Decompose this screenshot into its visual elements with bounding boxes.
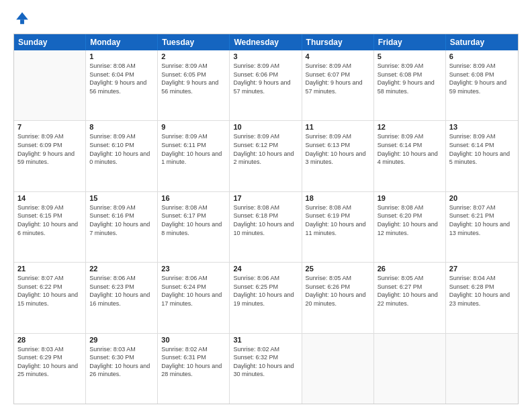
day-info: Sunrise: 8:09 AMSunset: 6:06 PMDaylight:… xyxy=(233,62,298,95)
day-info: Sunrise: 8:06 AMSunset: 6:23 PMDaylight:… xyxy=(89,274,154,308)
day-cell-24: 24Sunrise: 8:06 AMSunset: 6:25 PMDayligh… xyxy=(230,263,302,332)
empty-cell xyxy=(14,50,86,120)
day-info: Sunrise: 8:09 AMSunset: 6:10 PMDaylight:… xyxy=(89,132,154,166)
day-info: Sunrise: 8:03 AMSunset: 6:29 PMDaylight:… xyxy=(17,345,82,379)
day-cell-5: 5Sunrise: 8:09 AMSunset: 6:08 PMDaylight… xyxy=(374,50,446,120)
empty-cell xyxy=(374,334,446,404)
day-info: Sunrise: 8:06 AMSunset: 6:25 PMDaylight:… xyxy=(233,274,298,308)
day-number: 17 xyxy=(233,194,298,202)
day-info: Sunrise: 8:09 AMSunset: 6:11 PMDaylight:… xyxy=(161,132,226,166)
day-info: Sunrise: 8:04 AMSunset: 6:28 PMDaylight:… xyxy=(449,274,515,308)
day-number: 22 xyxy=(89,265,154,273)
calendar-row-5: 28Sunrise: 8:03 AMSunset: 6:29 PMDayligh… xyxy=(14,333,518,404)
day-info: Sunrise: 8:09 AMSunset: 6:07 PMDaylight:… xyxy=(306,62,370,95)
day-number: 1 xyxy=(89,52,154,60)
day-number: 28 xyxy=(17,336,82,344)
calendar-row-2: 7Sunrise: 8:09 AMSunset: 6:09 PMDaylight… xyxy=(14,120,518,191)
day-cell-11: 11Sunrise: 8:09 AMSunset: 6:13 PMDayligh… xyxy=(302,121,374,191)
day-info: Sunrise: 8:08 AMSunset: 6:04 PMDaylight:… xyxy=(89,62,154,95)
day-info: Sunrise: 8:05 AMSunset: 6:26 PMDaylight:… xyxy=(306,274,370,308)
day-cell-8: 8Sunrise: 8:09 AMSunset: 6:10 PMDaylight… xyxy=(86,121,158,191)
day-cell-2: 2Sunrise: 8:09 AMSunset: 6:05 PMDaylight… xyxy=(158,50,230,120)
day-cell-15: 15Sunrise: 8:09 AMSunset: 6:16 PMDayligh… xyxy=(86,192,158,262)
day-cell-1: 1Sunrise: 8:08 AMSunset: 6:04 PMDaylight… xyxy=(86,50,158,120)
day-number: 4 xyxy=(306,52,370,60)
header-day-friday: Friday xyxy=(374,34,446,50)
day-info: Sunrise: 8:06 AMSunset: 6:24 PMDaylight:… xyxy=(161,274,226,308)
day-cell-30: 30Sunrise: 8:02 AMSunset: 6:31 PMDayligh… xyxy=(158,334,230,404)
day-number: 19 xyxy=(378,194,442,202)
header-day-thursday: Thursday xyxy=(302,34,374,50)
header-day-tuesday: Tuesday xyxy=(158,34,230,50)
day-number: 16 xyxy=(161,194,226,202)
day-info: Sunrise: 8:02 AMSunset: 6:31 PMDaylight:… xyxy=(161,345,226,379)
day-number: 31 xyxy=(233,336,298,344)
day-info: Sunrise: 8:07 AMSunset: 6:21 PMDaylight:… xyxy=(449,203,515,237)
header-day-monday: Monday xyxy=(86,34,158,50)
day-number: 3 xyxy=(233,52,298,60)
day-cell-20: 20Sunrise: 8:07 AMSunset: 6:21 PMDayligh… xyxy=(446,192,518,262)
day-info: Sunrise: 8:08 AMSunset: 6:19 PMDaylight:… xyxy=(306,203,370,237)
calendar-row-3: 14Sunrise: 8:09 AMSunset: 6:15 PMDayligh… xyxy=(14,191,518,262)
day-info: Sunrise: 8:02 AMSunset: 6:32 PMDaylight:… xyxy=(233,345,298,379)
day-number: 27 xyxy=(449,265,515,273)
day-number: 10 xyxy=(233,123,298,131)
logo xyxy=(13,11,32,28)
day-cell-10: 10Sunrise: 8:09 AMSunset: 6:12 PMDayligh… xyxy=(230,121,302,191)
day-cell-13: 13Sunrise: 8:09 AMSunset: 6:14 PMDayligh… xyxy=(446,121,518,191)
day-info: Sunrise: 8:03 AMSunset: 6:30 PMDaylight:… xyxy=(89,345,154,379)
day-info: Sunrise: 8:09 AMSunset: 6:12 PMDaylight:… xyxy=(233,132,298,166)
day-cell-7: 7Sunrise: 8:09 AMSunset: 6:09 PMDaylight… xyxy=(14,121,86,191)
day-cell-31: 31Sunrise: 8:02 AMSunset: 6:32 PMDayligh… xyxy=(230,334,302,404)
day-info: Sunrise: 8:09 AMSunset: 6:08 PMDaylight:… xyxy=(378,62,442,95)
calendar-row-4: 21Sunrise: 8:07 AMSunset: 6:22 PMDayligh… xyxy=(14,262,518,332)
day-info: Sunrise: 8:09 AMSunset: 6:16 PMDaylight:… xyxy=(89,203,154,237)
day-cell-23: 23Sunrise: 8:06 AMSunset: 6:24 PMDayligh… xyxy=(158,263,230,332)
header-day-wednesday: Wednesday xyxy=(230,34,302,50)
day-number: 9 xyxy=(161,123,226,131)
day-number: 18 xyxy=(306,194,370,202)
header-day-sunday: Sunday xyxy=(14,34,86,50)
svg-marker-0 xyxy=(16,12,28,19)
day-number: 8 xyxy=(89,123,154,131)
day-cell-26: 26Sunrise: 8:05 AMSunset: 6:27 PMDayligh… xyxy=(374,263,446,332)
day-number: 25 xyxy=(306,265,370,273)
day-cell-18: 18Sunrise: 8:08 AMSunset: 6:19 PMDayligh… xyxy=(302,192,374,262)
calendar: SundayMondayTuesdayWednesdayThursdayFrid… xyxy=(13,34,519,404)
day-number: 12 xyxy=(378,123,442,131)
empty-cell xyxy=(446,334,518,404)
day-number: 5 xyxy=(378,52,442,60)
calendar-row-1: 1Sunrise: 8:08 AMSunset: 6:04 PMDaylight… xyxy=(14,50,518,120)
day-info: Sunrise: 8:09 AMSunset: 6:13 PMDaylight:… xyxy=(306,132,370,166)
day-info: Sunrise: 8:08 AMSunset: 6:20 PMDaylight:… xyxy=(378,203,442,237)
day-info: Sunrise: 8:09 AMSunset: 6:05 PMDaylight:… xyxy=(161,62,226,95)
day-info: Sunrise: 8:08 AMSunset: 6:18 PMDaylight:… xyxy=(233,203,298,237)
day-cell-25: 25Sunrise: 8:05 AMSunset: 6:26 PMDayligh… xyxy=(302,263,374,332)
day-number: 7 xyxy=(17,123,82,131)
day-cell-22: 22Sunrise: 8:06 AMSunset: 6:23 PMDayligh… xyxy=(86,263,158,332)
day-number: 2 xyxy=(161,52,226,60)
day-cell-19: 19Sunrise: 8:08 AMSunset: 6:20 PMDayligh… xyxy=(374,192,446,262)
day-number: 26 xyxy=(378,265,442,273)
page-header xyxy=(13,11,519,28)
day-info: Sunrise: 8:09 AMSunset: 6:14 PMDaylight:… xyxy=(449,132,515,166)
day-cell-6: 6Sunrise: 8:09 AMSunset: 6:08 PMDaylight… xyxy=(446,50,518,120)
day-info: Sunrise: 8:09 AMSunset: 6:15 PMDaylight:… xyxy=(17,203,82,237)
svg-rect-1 xyxy=(20,19,24,24)
day-cell-28: 28Sunrise: 8:03 AMSunset: 6:29 PMDayligh… xyxy=(14,334,86,404)
calendar-header: SundayMondayTuesdayWednesdayThursdayFrid… xyxy=(14,34,518,50)
day-info: Sunrise: 8:09 AMSunset: 6:14 PMDaylight:… xyxy=(378,132,442,166)
day-info: Sunrise: 8:07 AMSunset: 6:22 PMDaylight:… xyxy=(17,274,82,308)
day-cell-21: 21Sunrise: 8:07 AMSunset: 6:22 PMDayligh… xyxy=(14,263,86,332)
day-number: 14 xyxy=(17,194,82,202)
day-cell-17: 17Sunrise: 8:08 AMSunset: 6:18 PMDayligh… xyxy=(230,192,302,262)
day-number: 30 xyxy=(161,336,226,344)
empty-cell xyxy=(302,334,374,404)
day-number: 11 xyxy=(306,123,370,131)
day-cell-12: 12Sunrise: 8:09 AMSunset: 6:14 PMDayligh… xyxy=(374,121,446,191)
day-number: 21 xyxy=(17,265,82,273)
day-number: 15 xyxy=(89,194,154,202)
calendar-page: SundayMondayTuesdayWednesdayThursdayFrid… xyxy=(0,0,532,411)
day-cell-16: 16Sunrise: 8:08 AMSunset: 6:17 PMDayligh… xyxy=(158,192,230,262)
day-cell-27: 27Sunrise: 8:04 AMSunset: 6:28 PMDayligh… xyxy=(446,263,518,332)
